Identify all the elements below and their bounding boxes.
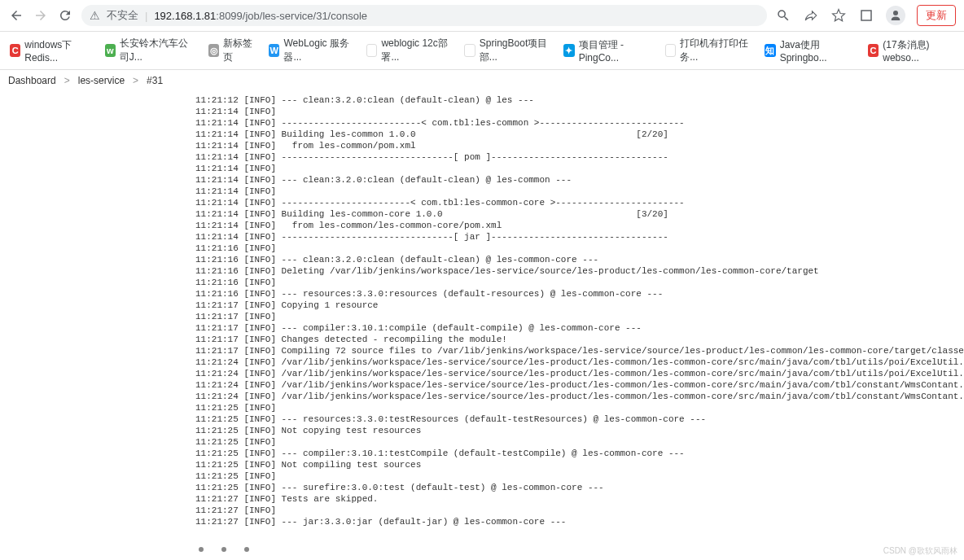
reload-button[interactable] [57, 7, 73, 24]
bookmark-icon: ◎ [208, 44, 219, 57]
warning-icon: ⚠ [90, 9, 100, 22]
chevron-right-icon: > [133, 75, 138, 86]
breadcrumb-item[interactable]: #31 [147, 75, 163, 86]
bookmark-icon: ◎ [665, 44, 677, 57]
security-label: 不安全 [107, 8, 138, 23]
search-icon[interactable] [775, 7, 791, 24]
bookmark-item[interactable]: ✦项目管理 - PingCo... [563, 38, 651, 63]
url-path: /job/les-service/31/console [243, 10, 367, 22]
bookmark-label: Java使用 Springbo... [780, 38, 855, 63]
console-text-2: 11:21:25 [INFO] 11:21:25 [INFO] --- reso… [195, 402, 953, 527]
watermark: CSDN @歌软风雨林 [883, 545, 957, 557]
star-icon[interactable] [830, 7, 847, 24]
address-bar[interactable]: ⚠ 不安全 | 192.168.1.81:8099/job/les-servic… [81, 5, 767, 26]
url-port: :8099 [216, 10, 243, 22]
back-button[interactable] [8, 7, 24, 24]
bookmark-item[interactable]: ◎weblogic 12c部署... [366, 37, 451, 64]
svg-rect-0 [861, 11, 871, 20]
bookmark-icon: w [105, 44, 116, 57]
bookmark-icon: W [269, 44, 279, 57]
bookmark-icon: C [10, 44, 20, 57]
bookmark-item[interactable]: ◎新标签页 [208, 37, 256, 64]
url-host: 192.168.1.81 [154, 10, 216, 22]
bookmark-label: weblogic 12c部署... [381, 37, 451, 64]
bookmark-label: (17条消息) webso... [883, 38, 954, 63]
bookmark-label: 新标签页 [223, 37, 256, 64]
console-output: 11:21:12 [INFO] --- clean:3.2.0:clean (d… [192, 91, 956, 531]
bookmark-icon: ✦ [563, 44, 574, 57]
breadcrumb-item[interactable]: Dashboard [8, 75, 56, 86]
bookmark-label: 项目管理 - PingCo... [579, 38, 652, 63]
forward-button[interactable] [33, 7, 49, 24]
bookmark-label: windows下Redis... [24, 38, 91, 63]
bookmark-label: WebLogic 服务器... [283, 37, 353, 64]
browser-toolbar: ⚠ 不安全 | 192.168.1.81:8099/job/les-servic… [0, 0, 964, 32]
extensions-icon[interactable] [858, 7, 874, 24]
bookmarks-bar: Cwindows下Redis...w长安铃木汽车公司J...◎新标签页WWebL… [0, 32, 964, 70]
chevron-right-icon: > [64, 75, 70, 86]
bookmark-item[interactable]: ◎打印机有打印任务... [665, 37, 752, 64]
bookmark-label: 长安铃木汽车公司J... [120, 37, 195, 64]
bookmark-label: 打印机有打印任务... [680, 37, 751, 64]
bookmark-icon: C [868, 44, 879, 57]
bookmark-label: SpringBoot项目部... [480, 37, 550, 64]
breadcrumb-item[interactable]: les-service [78, 75, 125, 86]
bookmark-item[interactable]: C(17条消息) webso... [868, 38, 954, 63]
url-divider: | [145, 10, 147, 22]
breadcrumbs: Dashboard>les-service>#31 [0, 70, 964, 91]
console-warnings: 11:21:24 [INFO] /var/lib/jenkins/workspa… [195, 357, 953, 402]
update-button[interactable]: 更新 [917, 5, 956, 26]
loading-dots [199, 547, 964, 552]
bookmark-item[interactable]: WWebLogic 服务器... [269, 37, 353, 64]
bookmark-item[interactable]: w长安铃木汽车公司J... [105, 37, 196, 64]
bookmark-item[interactable]: 知Java使用 Springbo... [765, 38, 855, 63]
profile-avatar[interactable] [886, 6, 905, 25]
bookmark-item[interactable]: ◎SpringBoot项目部... [464, 37, 550, 64]
bookmark-icon: 知 [765, 44, 775, 57]
svg-point-1 [893, 11, 898, 15]
share-icon[interactable] [803, 7, 819, 24]
bookmark-icon: ◎ [464, 44, 475, 57]
bookmark-icon: ◎ [366, 44, 378, 57]
console-text-1: 11:21:12 [INFO] --- clean:3.2.0:clean (d… [195, 94, 953, 357]
bookmark-item[interactable]: Cwindows下Redis... [10, 38, 92, 63]
